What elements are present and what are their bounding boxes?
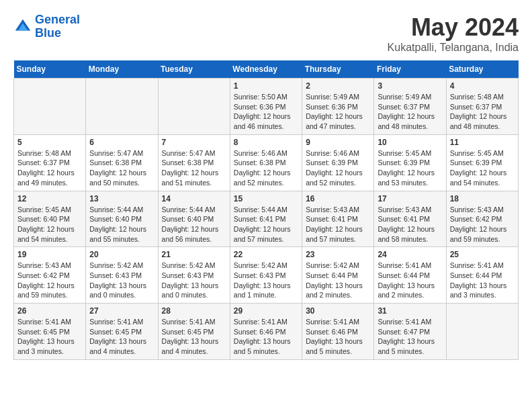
calendar-cell: 11Sunrise: 5:45 AM Sunset: 6:39 PM Dayli… <box>446 134 518 191</box>
day-number: 16 <box>306 194 370 203</box>
calendar-cell <box>86 79 158 135</box>
calendar-cell: 27Sunrise: 5:41 AM Sunset: 6:45 PM Dayli… <box>86 304 158 360</box>
calendar-cell: 24Sunrise: 5:41 AM Sunset: 6:44 PM Dayli… <box>374 247 446 304</box>
day-info: Sunrise: 5:43 AM Sunset: 6:41 PM Dayligh… <box>306 205 370 244</box>
day-info: Sunrise: 5:47 AM Sunset: 6:38 PM Dayligh… <box>162 148 226 188</box>
calendar-week-row: 5Sunrise: 5:48 AM Sunset: 6:37 PM Daylig… <box>14 134 519 191</box>
day-number: 24 <box>378 250 442 259</box>
day-number: 23 <box>306 250 370 259</box>
month-title: May 2024 <box>388 13 519 42</box>
page-header: General Blue May 2024 Kukatpalli, Telang… <box>13 13 519 54</box>
calendar-cell: 30Sunrise: 5:41 AM Sunset: 6:46 PM Dayli… <box>302 304 374 360</box>
day-info: Sunrise: 5:48 AM Sunset: 6:37 PM Dayligh… <box>450 92 515 132</box>
day-info: Sunrise: 5:45 AM Sunset: 6:40 PM Dayligh… <box>17 205 82 244</box>
calendar-cell: 20Sunrise: 5:42 AM Sunset: 6:43 PM Dayli… <box>86 247 158 304</box>
day-number: 28 <box>162 306 226 316</box>
logo-text: General Blue <box>35 13 80 40</box>
calendar-cell: 9Sunrise: 5:46 AM Sunset: 6:39 PM Daylig… <box>302 134 374 191</box>
day-number: 31 <box>378 306 442 316</box>
day-info: Sunrise: 5:41 AM Sunset: 6:47 PM Dayligh… <box>378 317 442 357</box>
day-number: 21 <box>162 250 226 259</box>
day-number: 5 <box>17 138 82 147</box>
logo-line2: Blue <box>35 26 61 40</box>
day-info: Sunrise: 5:42 AM Sunset: 6:43 PM Dayligh… <box>89 261 154 300</box>
day-info: Sunrise: 5:49 AM Sunset: 6:37 PM Dayligh… <box>378 92 442 132</box>
day-info: Sunrise: 5:48 AM Sunset: 6:37 PM Dayligh… <box>17 148 82 188</box>
calendar-cell: 13Sunrise: 5:44 AM Sunset: 6:40 PM Dayli… <box>86 191 158 247</box>
day-info: Sunrise: 5:42 AM Sunset: 6:43 PM Dayligh… <box>234 261 298 300</box>
calendar-cell: 10Sunrise: 5:45 AM Sunset: 6:39 PM Dayli… <box>374 134 446 191</box>
weekday-header-monday: Monday <box>86 60 158 79</box>
weekday-header-thursday: Thursday <box>302 60 374 79</box>
day-number: 15 <box>234 194 298 203</box>
day-number: 13 <box>89 194 154 203</box>
day-number: 17 <box>378 194 442 203</box>
day-number: 29 <box>234 306 298 316</box>
title-block: May 2024 Kukatpalli, Telangana, India <box>388 13 519 54</box>
day-number: 14 <box>162 194 226 203</box>
weekday-header-friday: Friday <box>374 60 446 79</box>
day-info: Sunrise: 5:45 AM Sunset: 6:39 PM Dayligh… <box>450 148 515 188</box>
day-info: Sunrise: 5:44 AM Sunset: 6:40 PM Dayligh… <box>162 205 226 244</box>
day-info: Sunrise: 5:44 AM Sunset: 6:41 PM Dayligh… <box>234 205 298 244</box>
day-number: 8 <box>234 138 298 147</box>
day-number: 7 <box>162 138 226 147</box>
day-info: Sunrise: 5:49 AM Sunset: 6:36 PM Dayligh… <box>306 92 370 132</box>
day-number: 6 <box>89 138 154 147</box>
calendar-cell: 29Sunrise: 5:41 AM Sunset: 6:46 PM Dayli… <box>230 304 302 360</box>
day-info: Sunrise: 5:41 AM Sunset: 6:45 PM Dayligh… <box>17 317 82 357</box>
day-number: 18 <box>450 194 515 203</box>
day-number: 25 <box>450 250 515 259</box>
day-number: 11 <box>450 138 515 147</box>
calendar-cell: 3Sunrise: 5:49 AM Sunset: 6:37 PM Daylig… <box>374 79 446 135</box>
weekday-header-tuesday: Tuesday <box>158 60 230 79</box>
calendar-cell: 21Sunrise: 5:42 AM Sunset: 6:43 PM Dayli… <box>158 247 230 304</box>
calendar-week-row: 12Sunrise: 5:45 AM Sunset: 6:40 PM Dayli… <box>14 191 519 247</box>
day-info: Sunrise: 5:47 AM Sunset: 6:38 PM Dayligh… <box>89 148 154 188</box>
calendar-cell: 22Sunrise: 5:42 AM Sunset: 6:43 PM Dayli… <box>230 247 302 304</box>
calendar-cell: 26Sunrise: 5:41 AM Sunset: 6:45 PM Dayli… <box>14 304 86 360</box>
calendar-cell: 15Sunrise: 5:44 AM Sunset: 6:41 PM Dayli… <box>230 191 302 247</box>
day-number: 9 <box>306 138 370 147</box>
day-info: Sunrise: 5:43 AM Sunset: 6:42 PM Dayligh… <box>17 261 82 300</box>
location-subtitle: Kukatpalli, Telangana, India <box>388 42 519 54</box>
calendar-cell: 1Sunrise: 5:50 AM Sunset: 6:36 PM Daylig… <box>230 79 302 135</box>
day-info: Sunrise: 5:46 AM Sunset: 6:39 PM Dayligh… <box>306 148 370 188</box>
day-info: Sunrise: 5:41 AM Sunset: 6:44 PM Dayligh… <box>450 261 515 300</box>
calendar-cell: 5Sunrise: 5:48 AM Sunset: 6:37 PM Daylig… <box>14 134 86 191</box>
weekday-header-wednesday: Wednesday <box>230 60 302 79</box>
day-number: 20 <box>89 250 154 259</box>
calendar-cell: 14Sunrise: 5:44 AM Sunset: 6:40 PM Dayli… <box>158 191 230 247</box>
calendar-cell: 25Sunrise: 5:41 AM Sunset: 6:44 PM Dayli… <box>446 247 518 304</box>
day-number: 2 <box>306 81 370 91</box>
day-number: 27 <box>89 306 154 316</box>
calendar-week-row: 26Sunrise: 5:41 AM Sunset: 6:45 PM Dayli… <box>14 304 519 360</box>
weekday-header-saturday: Saturday <box>446 60 518 79</box>
day-info: Sunrise: 5:41 AM Sunset: 6:45 PM Dayligh… <box>89 317 154 357</box>
calendar-cell: 2Sunrise: 5:49 AM Sunset: 6:36 PM Daylig… <box>302 79 374 135</box>
day-number: 30 <box>306 306 370 316</box>
logo-line1: General <box>35 13 80 26</box>
day-info: Sunrise: 5:44 AM Sunset: 6:40 PM Dayligh… <box>89 205 154 244</box>
day-info: Sunrise: 5:50 AM Sunset: 6:36 PM Dayligh… <box>234 92 298 132</box>
calendar-week-row: 19Sunrise: 5:43 AM Sunset: 6:42 PM Dayli… <box>14 247 519 304</box>
calendar-cell: 7Sunrise: 5:47 AM Sunset: 6:38 PM Daylig… <box>158 134 230 191</box>
day-info: Sunrise: 5:42 AM Sunset: 6:43 PM Dayligh… <box>162 261 226 300</box>
calendar-cell: 4Sunrise: 5:48 AM Sunset: 6:37 PM Daylig… <box>446 79 518 135</box>
day-info: Sunrise: 5:43 AM Sunset: 6:42 PM Dayligh… <box>450 205 515 244</box>
calendar-cell: 12Sunrise: 5:45 AM Sunset: 6:40 PM Dayli… <box>14 191 86 247</box>
day-info: Sunrise: 5:46 AM Sunset: 6:38 PM Dayligh… <box>234 148 298 188</box>
calendar-cell: 28Sunrise: 5:41 AM Sunset: 6:45 PM Dayli… <box>158 304 230 360</box>
day-number: 22 <box>234 250 298 259</box>
logo: General Blue <box>13 13 80 40</box>
calendar-cell: 18Sunrise: 5:43 AM Sunset: 6:42 PM Dayli… <box>446 191 518 247</box>
day-info: Sunrise: 5:41 AM Sunset: 6:46 PM Dayligh… <box>306 317 370 357</box>
calendar-cell: 17Sunrise: 5:43 AM Sunset: 6:41 PM Dayli… <box>374 191 446 247</box>
day-info: Sunrise: 5:42 AM Sunset: 6:44 PM Dayligh… <box>306 261 370 300</box>
weekday-header-row: SundayMondayTuesdayWednesdayThursdayFrid… <box>14 60 519 79</box>
day-info: Sunrise: 5:41 AM Sunset: 6:44 PM Dayligh… <box>378 261 442 300</box>
calendar-cell: 16Sunrise: 5:43 AM Sunset: 6:41 PM Dayli… <box>302 191 374 247</box>
calendar-cell: 31Sunrise: 5:41 AM Sunset: 6:47 PM Dayli… <box>374 304 446 360</box>
day-number: 19 <box>17 250 82 259</box>
day-number: 4 <box>450 81 515 91</box>
